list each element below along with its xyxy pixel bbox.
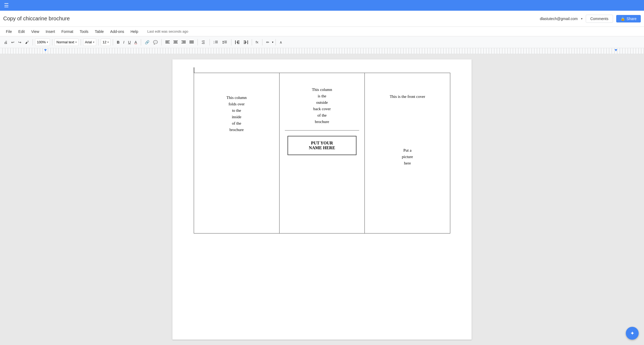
pen-button[interactable]: ✏ [265, 39, 271, 45]
toolbar-separator-7 [161, 39, 162, 45]
brochure-col1[interactable]: This columnfolds overto theinsideof theb… [194, 73, 280, 233]
toolbar-separator-13 [276, 39, 276, 45]
share-label: Share [627, 17, 637, 21]
svg-point-21 [223, 41, 224, 42]
svg-rect-0 [165, 41, 170, 41]
brochure-row: This columnfolds overto theinsideof theb… [194, 73, 450, 233]
share-button[interactable]: 🔒 Share [616, 15, 641, 22]
print-button[interactable]: 🖨 [2, 39, 9, 45]
document-area[interactable]: This columnfolds overto theinsideof theb… [0, 54, 644, 345]
svg-rect-28 [237, 42, 239, 43]
svg-rect-1 [165, 42, 169, 42]
toolbar-separator-3 [81, 39, 81, 45]
zoom-value: 100% [37, 40, 46, 44]
menu-tools[interactable]: Tools [77, 28, 91, 35]
menu-help[interactable]: Help [128, 28, 141, 35]
name-line2: NAME HERE [309, 145, 335, 150]
toolbar-separator-6 [141, 39, 141, 45]
col2-divider [285, 130, 359, 131]
explore-button[interactable]: ✦ [626, 327, 639, 340]
toolbar-align [164, 39, 195, 45]
svg-rect-9 [189, 41, 194, 41]
toolbar-separator-12 [262, 39, 262, 45]
toolbar-text-format: B I U A [115, 39, 138, 45]
svg-rect-7 [183, 42, 186, 42]
svg-rect-34 [244, 43, 246, 44]
align-center-button[interactable] [172, 39, 179, 45]
ruler-content [0, 48, 644, 54]
line-spacing-button[interactable] [200, 39, 207, 45]
svg-rect-26 [235, 40, 236, 44]
ruler [0, 48, 644, 54]
align-justify-button[interactable] [188, 39, 195, 45]
font-value: Arial [85, 40, 92, 44]
comments-button[interactable]: Comments [586, 15, 613, 23]
indent-less-button[interactable] [234, 39, 241, 45]
bulleted-list-button[interactable] [221, 39, 229, 45]
formula-button[interactable]: fx [254, 39, 260, 45]
col1-text: This columnfolds overto theinsideof theb… [199, 94, 274, 133]
indent-more-button[interactable] [242, 39, 250, 45]
toolbar-separator-5 [113, 39, 113, 45]
title-bar: Copy of chiccarine brochure ☆ 🗀 dlastute… [0, 11, 644, 27]
user-email: dlastutech@gmail.com [540, 17, 578, 21]
brochure-table[interactable]: This columnfolds overto theinsideof theb… [194, 73, 450, 233]
svg-rect-4 [174, 42, 177, 42]
collapse-toolbar-button[interactable]: ∧ [278, 39, 284, 45]
svg-rect-31 [247, 40, 248, 44]
menu-file[interactable]: File [3, 28, 15, 35]
svg-rect-2 [165, 43, 170, 43]
name-box[interactable]: PUT YOUR NAME HERE [288, 136, 357, 155]
style-dropdown[interactable]: Normal text ▾ [55, 39, 78, 46]
brochure-col2[interactable]: This columnis theoutsideback coverof the… [279, 73, 365, 233]
numbered-list-button[interactable]: 1.2. [212, 39, 220, 45]
menu-view[interactable]: View [29, 28, 42, 35]
paint-format-button[interactable]: 🖌 [24, 39, 30, 45]
hamburger-icon[interactable]: ☰ [3, 1, 10, 10]
explore-icon: ✦ [630, 330, 635, 336]
align-left-button[interactable] [164, 39, 171, 45]
fontsize-dropdown[interactable]: 12 ▾ [101, 39, 111, 46]
svg-point-23 [223, 43, 224, 44]
italic-button[interactable]: I [122, 39, 126, 45]
dropdown-arrow-icon[interactable]: ▾ [581, 17, 583, 21]
svg-rect-5 [173, 43, 178, 43]
toolbar-separator-9 [210, 39, 210, 45]
fontsize-value: 12 [103, 40, 106, 44]
menu-table[interactable]: Table [92, 28, 106, 35]
brochure-col3[interactable]: This is the front cover Put apicturehere [365, 73, 450, 233]
link-button[interactable]: 🔗 [143, 39, 151, 45]
zoom-dropdown[interactable]: 100% ▾ [35, 39, 50, 46]
name-line1: PUT YOUR [311, 141, 333, 145]
col3-front-text: This is the front cover [370, 94, 445, 99]
menu-insert[interactable]: Insert [43, 28, 58, 35]
toolbar-separator-8 [197, 39, 198, 45]
bold-button[interactable]: B [115, 39, 121, 45]
font-arrow-icon: ▾ [93, 41, 94, 44]
redo-button[interactable]: ↪ [17, 39, 23, 45]
zoom-arrow-icon: ▾ [47, 41, 48, 44]
toolbar-separator-10 [231, 39, 231, 45]
svg-marker-16 [202, 43, 203, 44]
last-edit-status: Last edit was seconds ago [147, 29, 188, 33]
align-right-button[interactable] [180, 39, 187, 45]
svg-rect-18 [215, 41, 218, 41]
doc-title[interactable]: Copy of chiccarine brochure [3, 16, 627, 22]
menu-edit[interactable]: Edit [16, 28, 28, 35]
toolbar-separator-4 [98, 39, 99, 45]
svg-rect-20 [215, 43, 218, 43]
svg-text:2.: 2. [214, 42, 215, 44]
undo-button[interactable]: ↩ [10, 39, 16, 45]
underline-button[interactable]: U [126, 39, 132, 45]
menu-addons[interactable]: Add-ons [107, 28, 127, 35]
text-color-button[interactable]: A [133, 39, 138, 45]
toolbar-links: 🔗 💬 [143, 39, 159, 45]
toolbar: 🖨 ↩ ↪ 🖌 100% ▾ Normal text ▾ Arial ▾ 12 … [0, 36, 644, 48]
toolbar-file-actions: 🖨 ↩ ↪ 🖌 [2, 39, 30, 45]
style-value: Normal text [56, 40, 74, 44]
menu-format[interactable]: Format [59, 28, 76, 35]
comment-button[interactable]: 💬 [152, 39, 159, 45]
pen-dropdown-arrow[interactable]: ▾ [272, 41, 273, 44]
font-dropdown[interactable]: Arial ▾ [83, 39, 96, 46]
style-arrow-icon: ▾ [75, 41, 77, 44]
